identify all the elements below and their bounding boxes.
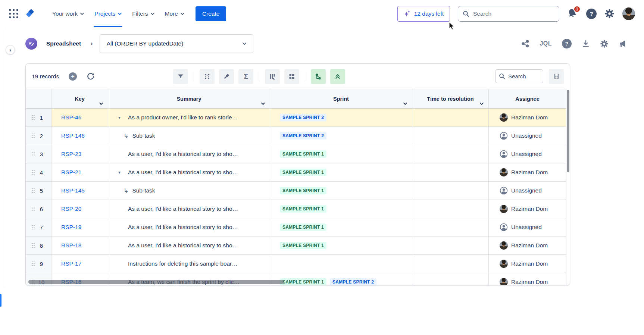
notifications-button[interactable]: 1: [567, 8, 578, 19]
format-painter-button[interactable]: [219, 69, 234, 84]
project-icon[interactable]: [25, 38, 37, 50]
drag-handle-icon[interactable]: [32, 188, 34, 193]
sprint-cell[interactable]: SAMPLE SPRINT 1: [270, 218, 412, 237]
sort-chevron-icon[interactable]: [261, 103, 265, 105]
assignee-cell[interactable]: Unassigned: [489, 145, 566, 163]
sprint-badge[interactable]: SAMPLE SPRINT 1: [280, 205, 326, 213]
sort-chevron-icon[interactable]: [403, 103, 407, 105]
issue-key-link[interactable]: RSP-19: [61, 224, 81, 231]
summary-cell[interactable]: As a user, I'd like a historical story t…: [108, 218, 270, 237]
time-to-resolution-cell[interactable]: [412, 218, 489, 237]
assignee-cell[interactable]: Raziman Dom: [489, 163, 566, 182]
expand-caret-icon[interactable]: ▾: [118, 115, 128, 120]
sprint-badge[interactable]: SAMPLE SPRINT 1: [280, 187, 326, 194]
column-header-time-to-resolution[interactable]: Time to resolution: [412, 89, 489, 109]
time-to-resolution-cell[interactable]: [412, 273, 489, 285]
issue-key-link[interactable]: RSP-21: [61, 169, 81, 176]
assignee-cell[interactable]: Unassigned: [489, 182, 566, 200]
nav-item-more[interactable]: More: [160, 0, 190, 27]
assignee-cell[interactable]: Raziman Dom: [489, 109, 566, 127]
time-to-resolution-cell[interactable]: [412, 255, 489, 273]
summary-cell[interactable]: ↳Sub-task: [108, 182, 270, 200]
add-record-button[interactable]: +: [69, 72, 77, 81]
share-icon[interactable]: [521, 40, 529, 48]
summary-cell[interactable]: As a user, I'd like a historical story t…: [108, 200, 270, 218]
download-icon[interactable]: [582, 40, 590, 48]
issue-key-link[interactable]: RSP-17: [61, 260, 81, 267]
sprint-badge[interactable]: SAMPLE SPRINT 1: [280, 242, 326, 249]
sprint-cell[interactable]: SAMPLE SPRINT 1SAMPLE SPRINT 2: [270, 273, 412, 285]
drag-handle-icon[interactable]: [32, 152, 34, 157]
issue-key-link[interactable]: RSP-146: [61, 132, 85, 139]
sprint-badge[interactable]: SAMPLE SPRINT 2: [280, 114, 326, 121]
summary-cell[interactable]: ▾As a product owner, I'd like to rank st…: [108, 109, 270, 127]
column-header-sprint[interactable]: Sprint: [270, 89, 412, 109]
time-to-resolution-cell[interactable]: [412, 237, 489, 255]
expand-caret-icon[interactable]: ▾: [118, 170, 128, 175]
sprint-cell[interactable]: SAMPLE SPRINT 1: [270, 182, 412, 200]
time-to-resolution-cell[interactable]: [412, 145, 489, 163]
global-search-input[interactable]: [458, 6, 559, 22]
sprint-badge[interactable]: SAMPLE SPRINT 1: [280, 223, 326, 231]
column-header-assignee[interactable]: Assignee: [489, 89, 566, 109]
filter-button[interactable]: [173, 69, 188, 84]
sprint-cell[interactable]: SAMPLE SPRINT 1: [270, 200, 412, 218]
refresh-button[interactable]: [87, 72, 95, 81]
jira-logo[interactable]: [25, 9, 37, 19]
column-header-summary[interactable]: Summary: [108, 89, 270, 109]
time-to-resolution-cell[interactable]: [412, 163, 489, 182]
assignee-cell[interactable]: Raziman Dom: [489, 200, 566, 218]
time-to-resolution-cell[interactable]: [412, 127, 489, 145]
app-switcher-icon[interactable]: [9, 9, 19, 19]
trial-days-left-button[interactable]: 12 days left: [397, 6, 450, 22]
assignee-cell[interactable]: Raziman Dom: [489, 273, 566, 285]
sprint-badge[interactable]: SAMPLE SPRINT 2: [280, 132, 326, 140]
sprint-cell[interactable]: SAMPLE SPRINT 1: [270, 145, 412, 163]
sprint-badge[interactable]: SAMPLE SPRINT 1: [280, 150, 326, 158]
sprint-cell[interactable]: SAMPLE SPRINT 2: [270, 127, 412, 145]
drag-handle-icon[interactable]: [32, 170, 34, 175]
issue-key-link[interactable]: RSP-145: [61, 187, 85, 194]
drag-handle-icon[interactable]: [32, 207, 34, 212]
summary-cell[interactable]: Instructions for deleting this sample bo…: [108, 255, 270, 273]
drag-handle-icon[interactable]: [32, 262, 34, 266]
column-header-key[interactable]: Key: [51, 89, 108, 109]
drag-handle-icon[interactable]: [32, 225, 34, 230]
time-to-resolution-cell[interactable]: [412, 182, 489, 200]
settings-gear-icon[interactable]: [604, 9, 615, 19]
drag-handle-icon[interactable]: [32, 134, 34, 138]
conditional-formatting-button[interactable]: [200, 69, 215, 84]
nav-item-your-work[interactable]: Your work: [47, 0, 89, 27]
sort-chevron-icon[interactable]: [99, 103, 103, 105]
summary-cell[interactable]: As a user, I'd like a historical story t…: [108, 145, 270, 163]
summary-cell[interactable]: ▾As a user, I'd like a historical story …: [108, 163, 270, 182]
column-settings-button[interactable]: [265, 69, 280, 84]
hierarchy-toggle-button[interactable]: [311, 69, 326, 84]
sprint-badge[interactable]: SAMPLE SPRINT 1: [280, 278, 326, 285]
saved-filter-dropdown[interactable]: All (ORDER BY updatedDate): [100, 34, 253, 53]
save-view-button[interactable]: [549, 69, 564, 84]
collapse-all-button[interactable]: [330, 69, 345, 84]
board-settings-gear-icon[interactable]: [600, 40, 609, 48]
issue-key-link[interactable]: RSP-46: [61, 114, 81, 121]
assignee-cell[interactable]: Unassigned: [489, 218, 566, 237]
summary-cell[interactable]: ↳Sub-task: [108, 127, 270, 145]
issue-key-link[interactable]: RSP-18: [61, 242, 81, 249]
nav-item-projects[interactable]: Projects: [89, 0, 127, 27]
help-circle-button[interactable]: ?: [562, 39, 572, 48]
horizontal-scrollbar-thumb[interactable]: [28, 280, 284, 284]
drag-handle-icon[interactable]: [32, 243, 34, 248]
assignee-cell[interactable]: Unassigned: [489, 127, 566, 145]
sprint-badge[interactable]: SAMPLE SPRINT 1: [280, 169, 326, 176]
vertical-scrollbar-track[interactable]: [566, 89, 570, 285]
time-to-resolution-cell[interactable]: [412, 200, 489, 218]
sprint-cell[interactable]: SAMPLE SPRINT 1: [270, 237, 412, 255]
sort-chevron-icon[interactable]: [480, 103, 484, 105]
expand-sidebar-button[interactable]: ›: [6, 45, 15, 54]
sum-button[interactable]: Σ: [238, 69, 253, 84]
assignee-cell[interactable]: Raziman Dom: [489, 237, 566, 255]
assignee-cell[interactable]: Raziman Dom: [489, 255, 566, 273]
user-avatar[interactable]: [622, 7, 635, 20]
drag-handle-icon[interactable]: [32, 115, 34, 120]
summary-cell[interactable]: As a user, I'd like a historical story t…: [108, 237, 270, 255]
